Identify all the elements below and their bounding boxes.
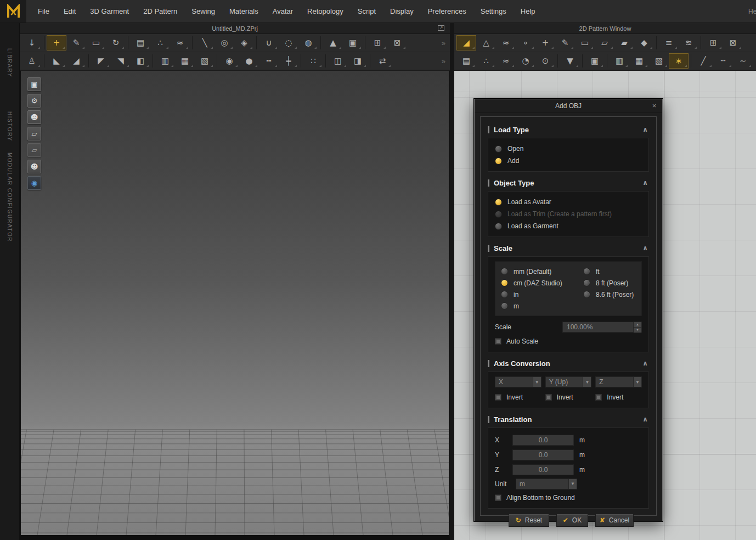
gizmo-rotate-tool[interactable]: ↻ [106,35,126,50]
toolbar-separator[interactable] [691,54,691,68]
solidify-garment-tool[interactable]: ▣ [343,35,363,50]
translation-input[interactable]: 0.0 [512,449,574,460]
app-logo-icon[interactable] [0,0,26,23]
trace-pattern-tool[interactable]: ▱ [595,35,614,50]
free-sewing-tool[interactable]: ∴ [150,35,170,50]
dropdown-arrow-icon[interactable]: ▼ [568,479,577,489]
button-tool[interactable]: ● [239,53,259,69]
box-transform-tool[interactable]: ▭ [86,35,106,50]
pleat-fold-tool[interactable]: ◫ [328,53,348,69]
rectangle-pattern-tool[interactable]: ▭ [575,35,595,50]
radio-in[interactable]: in [501,289,583,300]
flatten-curve-tool[interactable]: ◤ [91,53,111,69]
toolbar-overflow-icon[interactable]: » [442,57,448,65]
radio-load-as-trim[interactable]: Load as Trim (Create a pattern first) [495,208,642,220]
edit-curvature-tool[interactable]: ≈ [496,35,516,50]
fold-pattern-tool[interactable]: ◧ [131,53,150,69]
pin-tool[interactable]: ╲ [195,35,215,50]
menu-display[interactable]: Display [383,0,421,23]
toolbar-separator[interactable] [320,36,321,49]
pattern-fill-a-tool[interactable]: ▦ [175,53,195,69]
dialog-titlebar[interactable]: Add OBJ × [475,99,662,113]
transform-pattern-tool[interactable]: ◢ [456,35,476,50]
popout-window-icon[interactable]: ↗ [438,25,444,31]
unit-dropdown[interactable]: m ▼ [516,479,577,490]
select-move-tool[interactable]: + [47,35,66,50]
edit-curve-point-tool[interactable]: ∘ [516,35,535,50]
collapse-chevron-icon[interactable]: ∧ [642,359,649,367]
menu-edit[interactable]: Edit [57,0,83,23]
menu-file[interactable]: File [31,0,57,23]
align-bottom-checkbox[interactable] [495,494,501,501]
menu-2d-pattern[interactable]: 2D Pattern [136,0,184,23]
translation-input[interactable]: 0.0 [512,435,574,446]
scale-input[interactable]: 100.00% [562,322,634,333]
sidebar-tab-library[interactable]: LIBRARY [7,43,13,83]
axis-dropdown[interactable]: Y (Up) ▼ [545,376,592,387]
pleats-sewing-tool[interactable]: ≋ [679,35,698,50]
menu-retopology[interactable]: Retopology [300,0,351,23]
toolbar-separator[interactable] [370,54,370,68]
invert-checkbox[interactable] [545,394,552,401]
dropdown-arrow-icon[interactable]: ▼ [533,377,541,387]
flatten-sculpt-tool[interactable]: ◥ [111,53,131,69]
show-garment-tool[interactable]: ▣ [585,53,605,69]
tack-curve-tool[interactable]: ∪ [259,35,279,50]
sidebar-tab-history[interactable]: HISTORY [7,106,13,147]
section-header-object-type[interactable]: Object Type ∧ [488,176,649,190]
spinner-down-icon[interactable]: ▼ [634,327,641,333]
import-tool[interactable]: ↓ [22,35,42,50]
radio-cm-daz-studio[interactable]: cm (DAZ Studio) [501,277,583,289]
segment-sewing-tool[interactable]: ▤ [456,53,476,69]
toolbar-separator[interactable] [44,36,44,49]
menu-script[interactable]: Script [351,0,383,23]
fabric-strip-tool[interactable]: ▥ [610,53,629,69]
toolbar-separator[interactable] [656,36,657,49]
toggle-show-pattern-alt[interactable]: ▱ [27,143,41,157]
toolbar-separator[interactable] [365,36,365,49]
attach-button-tool[interactable]: ◉ [219,53,239,69]
section-header-axis-conversion[interactable]: Axis Conversion ∧ [488,356,649,370]
toolbar-separator[interactable] [701,36,701,49]
toolbar-separator[interactable] [256,36,257,49]
cancel-button[interactable]: ✘ Cancel [595,514,634,527]
free-sewing-tool[interactable]: ∴ [476,53,496,69]
quad-mesh-tool[interactable]: ⊞ [368,35,387,50]
pleats-fold-tool[interactable]: ≡ [659,35,679,50]
radio-load-as-garment[interactable]: Load as Garment [495,220,642,232]
collapse-chevron-icon[interactable]: ∧ [642,126,649,133]
add-point-tool[interactable]: + [535,35,555,50]
toolbar-separator[interactable] [607,54,607,68]
fold-arrows-tool[interactable]: ⇄ [373,53,392,69]
dropdown-arrow-icon[interactable]: ▼ [583,377,591,387]
toolbar-separator[interactable] [192,36,193,49]
menu-3d-garment[interactable]: 3D Garment [83,0,136,23]
sculpt-brush-tool[interactable]: ✎ [66,35,86,50]
clone-pattern-tool[interactable]: ▰ [614,35,634,50]
toolbar-separator[interactable] [44,54,44,68]
toggle-show-pattern[interactable]: ▱ [27,127,41,140]
toolbar-separator[interactable] [88,54,89,68]
menu-sewing[interactable]: Sewing [184,0,222,23]
garment-curve-tool[interactable]: ◣ [47,53,66,69]
walk-avatar-tool[interactable]: ♙ [22,53,42,69]
menu-materials[interactable]: Materials [222,0,266,23]
pin-garment-tool[interactable]: ◈ [234,35,254,50]
toggle-environment-globe[interactable]: ◉ [27,176,41,190]
toolbar-separator[interactable] [153,54,153,68]
pane-divider[interactable] [450,23,454,540]
check-sewing-tool[interactable]: ⊙ [535,53,555,69]
collapse-chevron-icon[interactable]: ∧ [642,179,649,187]
toolbar-separator[interactable] [325,54,326,68]
radio-ft[interactable]: ft [583,266,636,277]
fold-arrangement-tool[interactable]: ▲ [323,35,343,50]
menu-help[interactable]: Help [514,0,543,23]
section-header-load-type[interactable]: Load Type ∧ [488,122,649,137]
close-icon[interactable]: × [650,102,658,110]
toolbar-separator[interactable] [301,54,301,68]
section-header-translation[interactable]: Translation ∧ [488,412,649,426]
dart-tool[interactable]: ◆ [634,35,654,50]
diamond-mesh-tool[interactable]: ⊠ [723,35,743,50]
seam-allowance-tool[interactable]: ╌ [713,53,733,69]
radio-8ft-poser[interactable]: 8 ft (Poser) [583,277,636,289]
